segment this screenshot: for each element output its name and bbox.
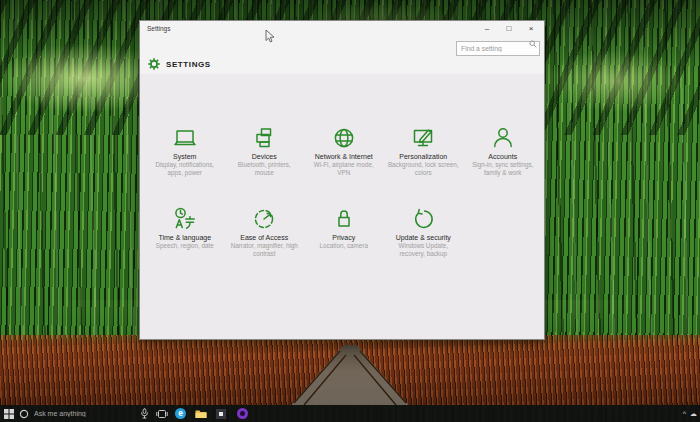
file-explorer-button[interactable] [195, 405, 207, 422]
tile-title: Devices [252, 153, 277, 160]
tile-title: Update & security [396, 234, 451, 241]
edge-button[interactable]: e [175, 405, 186, 422]
settings-header-label: SETTINGS [166, 60, 211, 69]
tile-title: Network & Internet [315, 153, 373, 160]
cortana-search-box[interactable] [32, 405, 136, 422]
tile-title: Ease of Access [240, 234, 288, 241]
maximize-button[interactable]: □ [498, 22, 520, 35]
onedrive-cloud-icon[interactable]: ☁ [690, 410, 697, 418]
gear-icon [148, 58, 160, 70]
tile-privacy[interactable]: Privacy Location, camera [304, 206, 384, 287]
search-icon [529, 40, 537, 48]
tile-subtitle: Location, camera [320, 242, 368, 250]
tile-title: Personalization [399, 153, 447, 160]
task-view-icon [156, 409, 168, 419]
settings-search [456, 37, 540, 52]
tile-title: Accounts [488, 153, 517, 160]
tile-subtitle: Speech, region, date [156, 242, 214, 250]
windows-logo-icon [4, 409, 14, 419]
purple-app-icon [237, 408, 248, 419]
store-button[interactable] [216, 405, 226, 422]
cortana-search-input[interactable] [32, 409, 136, 418]
tile-accounts[interactable]: Accounts Sign-in, sync settings, family … [463, 125, 543, 206]
tray-chevron-icon[interactable]: ^ [683, 410, 686, 417]
tile-subtitle: Windows Update, recovery, backup [387, 242, 459, 258]
cortana-button[interactable] [19, 405, 29, 422]
tile-network[interactable]: Network & Internet Wi-Fi, airplane mode,… [304, 125, 384, 206]
tile-title: System [173, 153, 196, 160]
app-button-purple[interactable] [237, 405, 248, 422]
laptop-icon [172, 125, 198, 151]
time-language-icon [172, 206, 198, 232]
tile-system[interactable]: System Display, notifications, apps, pow… [145, 125, 225, 206]
system-tray: ^ ☁ [683, 405, 697, 422]
close-button[interactable]: × [520, 22, 542, 35]
start-button[interactable] [4, 405, 14, 422]
tile-time-language[interactable]: Time & language Speech, region, date [145, 206, 225, 287]
edge-icon: e [175, 408, 186, 419]
purple-app-icon-center [240, 411, 245, 416]
tile-title: Time & language [158, 234, 211, 241]
mouse-cursor [265, 29, 276, 43]
tile-subtitle: Sign-in, sync settings, family & work [467, 161, 539, 177]
tile-subtitle: Display, notifications, apps, power [149, 161, 221, 177]
settings-window: Settings – □ × SETTINGS [139, 20, 545, 340]
tile-subtitle: Wi-Fi, airplane mode, VPN [308, 161, 380, 177]
tile-subtitle: Bluetooth, printers, mouse [228, 161, 300, 177]
tile-update-security[interactable]: Update & security Windows Update, recove… [384, 206, 464, 287]
tile-personalization[interactable]: Personalization Background, lock screen,… [384, 125, 464, 206]
settings-tiles-grid: System Display, notifications, apps, pow… [145, 125, 543, 287]
tile-subtitle: Narrator, magnifier, high contrast [228, 242, 300, 258]
personalization-icon [410, 125, 436, 151]
minimize-button[interactable]: – [476, 22, 498, 35]
tile-title: Privacy [332, 234, 355, 241]
globe-icon [331, 125, 357, 151]
desktop: Settings – □ × SETTINGS [0, 0, 700, 422]
store-icon [216, 409, 226, 419]
printer-icon [251, 125, 277, 151]
window-title: Settings [147, 25, 171, 32]
update-refresh-icon [410, 206, 436, 232]
task-view-button[interactable] [156, 405, 168, 422]
lock-icon [331, 206, 357, 232]
ease-of-access-icon [251, 206, 277, 232]
microphone-icon [140, 408, 149, 419]
cortana-circle-icon [19, 409, 29, 419]
store-icon-glyph [219, 412, 223, 416]
taskbar: e ^ ☁ [0, 405, 700, 422]
tile-subtitle: Background, lock screen, colors [387, 161, 459, 177]
person-icon [490, 125, 516, 151]
window-controls: – □ × [476, 22, 542, 35]
tile-devices[interactable]: Devices Bluetooth, printers, mouse [225, 125, 305, 206]
microphone-button[interactable] [140, 405, 149, 422]
folder-icon [195, 409, 207, 419]
tile-ease-of-access[interactable]: Ease of Access Narrator, magnifier, high… [225, 206, 305, 287]
settings-header: SETTINGS [148, 58, 211, 70]
settings-search-input[interactable] [456, 41, 540, 56]
